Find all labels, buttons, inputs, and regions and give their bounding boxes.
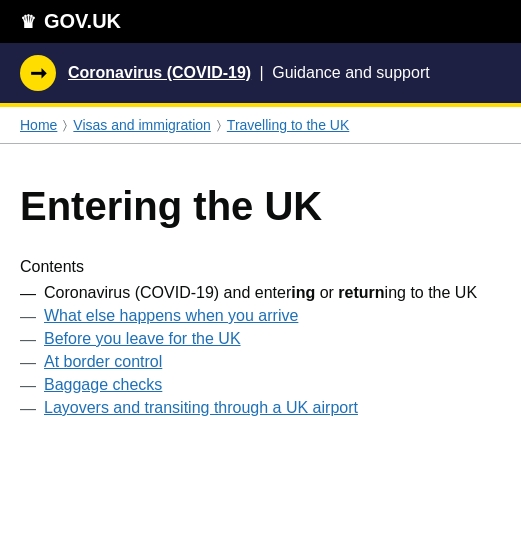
list-item: — What else happens when you arrive: [20, 307, 501, 326]
main-content: Entering the UK Contents — Coronavirus (…: [0, 144, 521, 452]
contents-link-before-leave[interactable]: Before you leave for the UK: [44, 330, 241, 348]
contents-link-border-control[interactable]: At border control: [44, 353, 162, 371]
breadcrumb-separator-1: 〉: [63, 118, 67, 132]
list-item: — Baggage checks: [20, 376, 501, 395]
dash-icon: —: [20, 285, 36, 303]
breadcrumb-separator-2: 〉: [217, 118, 221, 132]
covid-guidance-text: Guidance and support: [272, 64, 429, 81]
dash-icon: —: [20, 377, 36, 395]
contents-link-baggage[interactable]: Baggage checks: [44, 376, 162, 394]
list-item: — Layovers and transiting through a UK a…: [20, 399, 501, 418]
covid-arrow-circle: ➞: [20, 55, 56, 91]
contents-link-what-else[interactable]: What else happens when you arrive: [44, 307, 298, 325]
gov-logo[interactable]: ♛ GOV.UK: [20, 10, 121, 33]
breadcrumb: Home 〉 Visas and immigration 〉 Travellin…: [0, 107, 521, 144]
contents-label: Contents: [20, 258, 501, 276]
covid-banner-content: Coronavirus (COVID-19) | Guidance and su…: [68, 64, 430, 82]
covid-link[interactable]: Coronavirus (COVID-19): [68, 64, 251, 81]
dash-icon: —: [20, 331, 36, 349]
dash-icon: —: [20, 354, 36, 372]
gov-header: ♛ GOV.UK: [0, 0, 521, 43]
breadcrumb-visas[interactable]: Visas and immigration: [73, 117, 210, 133]
covid-banner: ➞ Coronavirus (COVID-19) | Guidance and …: [0, 43, 521, 103]
list-item: — At border control: [20, 353, 501, 372]
contents-section: Contents — Coronavirus (COVID-19) and en…: [20, 258, 501, 418]
list-item: — Before you leave for the UK: [20, 330, 501, 349]
crown-icon: ♛: [20, 11, 36, 33]
contents-link-layovers[interactable]: Layovers and transiting through a UK air…: [44, 399, 358, 417]
page-title: Entering the UK: [20, 184, 501, 228]
arrow-icon: ➞: [30, 63, 47, 83]
covid-separator: |: [260, 64, 264, 81]
contents-item-plain: Coronavirus (COVID-19) and entering or r…: [44, 284, 477, 302]
contents-list: — Coronavirus (COVID-19) and entering or…: [20, 284, 501, 418]
list-item: — Coronavirus (COVID-19) and entering or…: [20, 284, 501, 303]
dash-icon: —: [20, 400, 36, 418]
breadcrumb-home[interactable]: Home: [20, 117, 57, 133]
breadcrumb-travelling[interactable]: Travelling to the UK: [227, 117, 349, 133]
gov-logo-text: GOV.UK: [44, 10, 121, 33]
dash-icon: —: [20, 308, 36, 326]
